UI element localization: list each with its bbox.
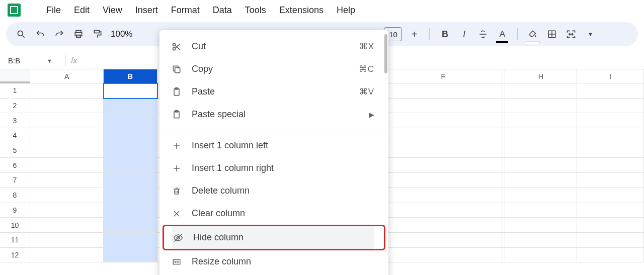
cell[interactable]: [577, 218, 644, 233]
more-toolbar-chevron-icon[interactable]: ▼: [583, 27, 597, 41]
row-header[interactable]: 10: [0, 218, 30, 233]
column-header-b[interactable]: B: [104, 69, 157, 83]
cell[interactable]: [577, 99, 644, 114]
cell[interactable]: [505, 158, 577, 173]
cell[interactable]: [30, 99, 104, 114]
menu-format[interactable]: Format: [165, 2, 206, 19]
row-header[interactable]: 6: [0, 158, 30, 173]
menu-item-paste-special[interactable]: Paste special ▶: [159, 103, 388, 126]
context-menu-scrollbar[interactable]: [384, 34, 387, 73]
text-color-icon[interactable]: A: [495, 27, 509, 41]
cell[interactable]: [385, 158, 502, 173]
menu-item-insert-col-right[interactable]: Insert 1 column right: [159, 157, 388, 179]
cell[interactable]: [505, 218, 577, 233]
cell[interactable]: [505, 173, 577, 188]
menu-item-delete-column[interactable]: Delete column: [159, 179, 388, 202]
cell[interactable]: [30, 113, 104, 128]
cell[interactable]: [104, 233, 157, 248]
cell[interactable]: [30, 218, 104, 233]
cell[interactable]: [577, 203, 644, 218]
cell[interactable]: [505, 113, 577, 128]
menu-item-hide-column[interactable]: Hide column: [172, 226, 374, 249]
column-header-a[interactable]: A: [30, 69, 104, 83]
cell[interactable]: [577, 158, 644, 173]
cell[interactable]: [30, 128, 104, 143]
cell[interactable]: [30, 188, 104, 203]
zoom-select[interactable]: 100%: [110, 29, 133, 39]
menu-data[interactable]: Data: [207, 2, 238, 19]
cell[interactable]: [577, 233, 644, 248]
cell[interactable]: [385, 203, 502, 218]
cell[interactable]: [104, 248, 157, 263]
cell[interactable]: [505, 188, 577, 203]
row-header[interactable]: 7: [0, 173, 30, 188]
menu-file[interactable]: File: [40, 2, 67, 19]
strikethrough-icon[interactable]: [476, 27, 490, 41]
cell[interactable]: [577, 248, 644, 263]
column-header-i[interactable]: I: [577, 69, 644, 83]
cell[interactable]: [577, 113, 644, 128]
font-size-increase-icon[interactable]: +: [407, 27, 421, 41]
cell[interactable]: [385, 113, 502, 128]
select-all-corner[interactable]: [0, 69, 30, 83]
cell[interactable]: [104, 188, 157, 203]
menu-item-copy[interactable]: Copy ⌘C: [159, 58, 388, 80]
cell[interactable]: [30, 158, 104, 173]
row-header[interactable]: 3: [0, 113, 30, 128]
cell[interactable]: [30, 143, 104, 158]
cell[interactable]: [104, 113, 157, 128]
cell[interactable]: [385, 143, 502, 158]
italic-icon[interactable]: I: [457, 27, 471, 41]
cell[interactable]: [104, 158, 157, 173]
name-box[interactable]: B:B ▼: [0, 56, 60, 65]
cell[interactable]: [30, 203, 104, 218]
paint-format-icon[interactable]: [91, 27, 105, 41]
cell[interactable]: [385, 128, 502, 143]
menu-item-insert-col-left[interactable]: Insert 1 column left: [159, 134, 388, 157]
merge-cells-icon[interactable]: [564, 27, 578, 41]
cell[interactable]: [30, 83, 104, 99]
cell[interactable]: [385, 173, 502, 188]
row-header[interactable]: 11: [0, 233, 30, 248]
undo-icon[interactable]: [33, 27, 47, 41]
column-header-f[interactable]: F: [385, 69, 502, 83]
row-header[interactable]: 5: [0, 143, 30, 158]
row-header[interactable]: 2: [0, 99, 30, 114]
cell[interactable]: [104, 99, 157, 114]
cell[interactable]: [577, 188, 644, 203]
row-header[interactable]: 9: [0, 203, 30, 218]
cell[interactable]: [505, 83, 577, 99]
cell[interactable]: [577, 83, 644, 99]
cell[interactable]: [385, 233, 502, 248]
cell[interactable]: [385, 188, 502, 203]
cell[interactable]: [104, 173, 157, 188]
redo-icon[interactable]: [52, 27, 66, 41]
cell[interactable]: [385, 218, 502, 233]
cell[interactable]: [505, 128, 577, 143]
cell[interactable]: [577, 128, 644, 143]
menu-help[interactable]: Help: [331, 2, 361, 19]
borders-icon[interactable]: [545, 27, 559, 41]
print-icon[interactable]: [71, 27, 86, 41]
menu-extensions[interactable]: Extensions: [273, 2, 330, 19]
cell[interactable]: [104, 128, 157, 143]
menu-edit[interactable]: Edit: [68, 2, 96, 19]
menu-item-clear-column[interactable]: Clear column: [159, 202, 388, 225]
cell[interactable]: [505, 143, 577, 158]
search-icon[interactable]: [14, 27, 28, 41]
menu-view[interactable]: View: [97, 2, 128, 19]
row-header[interactable]: 4: [0, 128, 30, 143]
cell[interactable]: [385, 83, 502, 99]
row-header[interactable]: 12: [0, 248, 30, 263]
cell[interactable]: [505, 99, 577, 114]
menu-tools[interactable]: Tools: [239, 2, 272, 19]
cell[interactable]: [104, 83, 157, 99]
menu-item-resize-column[interactable]: Resize column: [159, 250, 388, 273]
cell[interactable]: [505, 233, 577, 248]
cell[interactable]: [104, 203, 157, 218]
cell[interactable]: [104, 218, 157, 233]
row-header[interactable]: 1: [0, 83, 30, 99]
menu-item-paste[interactable]: Paste ⌘V: [159, 80, 388, 103]
cell[interactable]: [577, 173, 644, 188]
column-header-h[interactable]: H: [505, 69, 577, 83]
